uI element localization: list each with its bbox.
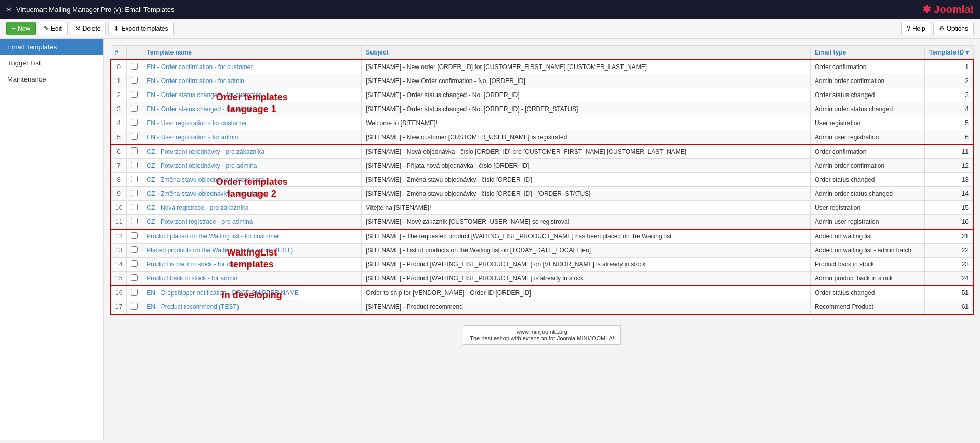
template-name-link[interactable]: CZ - Potvrzení objednávky - pro admina <box>147 162 257 169</box>
row-subject: [SITENAME] - New order [ORDER_ID] for [C… <box>362 60 811 74</box>
col-header-template-name[interactable]: Template name <box>142 46 362 60</box>
row-template-name[interactable]: Product back in stock - for admin <box>142 272 362 286</box>
template-name-link[interactable]: EN - Order confirmation - for admin <box>147 77 244 85</box>
row-checkbox[interactable] <box>127 116 142 130</box>
row-checkbox[interactable] <box>127 159 142 173</box>
help-button[interactable]: ? Help <box>901 22 931 35</box>
new-button[interactable]: + New <box>6 22 36 35</box>
row-template-name[interactable]: EN - Dropshipper notification - DROP SHI… <box>142 286 362 300</box>
row-checkbox[interactable] <box>127 144 142 159</box>
template-name-link[interactable]: EN - User registration - for admin <box>147 133 238 141</box>
row-select-checkbox[interactable] <box>131 204 138 210</box>
row-select-checkbox[interactable] <box>131 232 138 239</box>
row-checkbox[interactable] <box>127 88 142 102</box>
row-checkbox[interactable] <box>127 215 142 230</box>
delete-button[interactable]: ✕ Delete <box>70 22 107 35</box>
edit-button[interactable]: ✎ Edit <box>38 22 68 35</box>
row-email-type: Admin user registration <box>811 215 925 230</box>
row-template-name[interactable]: CZ - Změna stavu objednávky - pro klient… <box>142 173 362 187</box>
row-checkbox[interactable] <box>127 201 142 215</box>
row-select-checkbox[interactable] <box>131 162 138 168</box>
sidebar-item-trigger-list[interactable]: Trigger List <box>0 55 103 71</box>
row-select-checkbox[interactable] <box>131 218 138 224</box>
row-select-checkbox[interactable] <box>131 176 138 182</box>
row-template-name[interactable]: EN - Order confirmation - for admin <box>142 74 362 88</box>
template-name-link[interactable]: EN - Order status changed - for admin <box>147 105 252 113</box>
col-header-template-id[interactable]: Template ID ▾ <box>925 46 973 60</box>
template-name-link[interactable]: Product back in stock - for admin <box>147 275 237 282</box>
row-template-name[interactable]: CZ - Potvrzení objednávky - pro admina <box>142 159 362 173</box>
row-template-name[interactable]: EN - Product recommend (TEST) <box>142 300 362 315</box>
email-templates-table: # Template name Subject Email type Templ… <box>110 45 974 315</box>
row-template-name[interactable]: CZ - Změna stavu objednávky - pro admina <box>142 187 362 201</box>
row-select-checkbox[interactable] <box>131 190 138 196</box>
template-name-link[interactable]: EN - Order status changed - for customer <box>147 91 261 99</box>
template-name-link[interactable]: EN - Product recommend (TEST) <box>147 303 239 311</box>
template-name-link[interactable]: CZ - Potvrzení objednávky - pro zákazník… <box>147 148 264 155</box>
template-name-link[interactable]: Product is back in stock - for customer <box>147 261 252 268</box>
row-select-checkbox[interactable] <box>131 303 138 310</box>
row-checkbox[interactable] <box>127 60 142 74</box>
app-title-bar: ✉ Virtuemart Mailing Manager Pro (v): Em… <box>6 6 174 14</box>
template-name-link[interactable]: EN - Dropshipper notification - DROP SHI… <box>147 289 299 297</box>
row-checkbox[interactable] <box>127 187 142 201</box>
row-template-name[interactable]: EN - User registration - for customer <box>142 116 362 130</box>
row-checkbox[interactable] <box>127 74 142 88</box>
row-select-checkbox[interactable] <box>131 119 138 126</box>
page-layout: Email TemplatesTrigger ListMaintenance #… <box>0 39 980 440</box>
row-select-checkbox[interactable] <box>131 133 138 140</box>
row-checkbox[interactable] <box>127 272 142 286</box>
export-button[interactable]: ⬇ Export templates <box>108 22 174 35</box>
row-num: 4 <box>111 116 127 130</box>
row-select-checkbox[interactable] <box>131 63 138 70</box>
plus-icon: + <box>12 25 16 32</box>
row-select-checkbox[interactable] <box>131 105 138 112</box>
col-header-email-type[interactable]: Email type <box>811 46 925 60</box>
row-checkbox[interactable] <box>127 244 142 258</box>
row-checkbox[interactable] <box>127 286 142 300</box>
row-select-checkbox[interactable] <box>131 77 138 84</box>
row-checkbox[interactable] <box>127 130 142 145</box>
template-name-link[interactable]: Placed products on the Waiting list - fo… <box>147 247 293 254</box>
row-template-name[interactable]: EN - Order status changed - for customer… <box>142 88 362 102</box>
template-name-link[interactable]: CZ - Změna stavu objednávky - pro klient… <box>147 176 264 183</box>
row-select-checkbox[interactable] <box>131 260 138 267</box>
row-template-name[interactable]: CZ - Nová registrace - pro zákazníka <box>142 201 362 215</box>
row-select-checkbox[interactable] <box>131 246 138 253</box>
help-button-label: Help <box>912 25 925 32</box>
row-template-name[interactable]: Placed products on the Waiting list - fo… <box>142 244 362 258</box>
row-template-id: 11 <box>925 144 973 159</box>
table-row: 15Product back in stock - for admin[SITE… <box>111 272 973 286</box>
table-row: 17EN - Product recommend (TEST)[SITENAME… <box>111 300 973 315</box>
options-button[interactable]: ⚙ Options <box>933 22 974 35</box>
row-checkbox[interactable] <box>127 173 142 187</box>
row-select-checkbox[interactable] <box>131 274 138 281</box>
template-name-link[interactable]: CZ - Nová registrace - pro zákazníka <box>147 204 248 211</box>
row-template-name[interactable]: Product placed on the Waiting list - for… <box>142 229 362 244</box>
row-select-checkbox[interactable] <box>131 91 138 98</box>
row-template-name[interactable]: EN - Order confirmation - for customer <box>142 60 362 74</box>
template-name-link[interactable]: Product placed on the Waiting list - for… <box>147 233 279 240</box>
sidebar-item-maintenance[interactable]: Maintenance <box>0 71 103 87</box>
template-name-link[interactable]: CZ - Potvrzení registrace - pro admina <box>147 218 253 225</box>
template-name-link[interactable]: CZ - Změna stavu objednávky - pro admina <box>147 190 267 197</box>
sidebar-item-email-templates[interactable]: Email Templates <box>0 39 103 55</box>
row-subject: Order to ship for [VENDOR_NAME] - Order … <box>362 286 811 300</box>
template-name-link[interactable]: EN - Order confirmation - for customer <box>147 63 253 71</box>
row-template-name[interactable]: EN - Order status changed - for admin <box>142 102 362 116</box>
template-name-link[interactable]: EN - User registration - for customer <box>147 119 247 127</box>
row-select-checkbox[interactable] <box>131 289 138 296</box>
row-email-type: Product back in stock <box>811 258 925 272</box>
row-checkbox[interactable] <box>127 258 142 272</box>
col-header-subject[interactable]: Subject <box>362 46 811 60</box>
row-template-name[interactable]: CZ - Potvrzení objednávky - pro zákazník… <box>142 144 362 159</box>
table-row: 11CZ - Potvrzení registrace - pro admina… <box>111 215 973 230</box>
row-template-name[interactable]: CZ - Potvrzení registrace - pro admina <box>142 215 362 230</box>
row-checkbox[interactable] <box>127 229 142 244</box>
row-select-checkbox[interactable] <box>131 147 138 154</box>
row-num: 9 <box>111 187 127 201</box>
row-template-name[interactable]: Product is back in stock - for customer <box>142 258 362 272</box>
row-checkbox[interactable] <box>127 300 142 315</box>
row-template-name[interactable]: EN - User registration - for admin <box>142 130 362 145</box>
row-checkbox[interactable] <box>127 102 142 116</box>
